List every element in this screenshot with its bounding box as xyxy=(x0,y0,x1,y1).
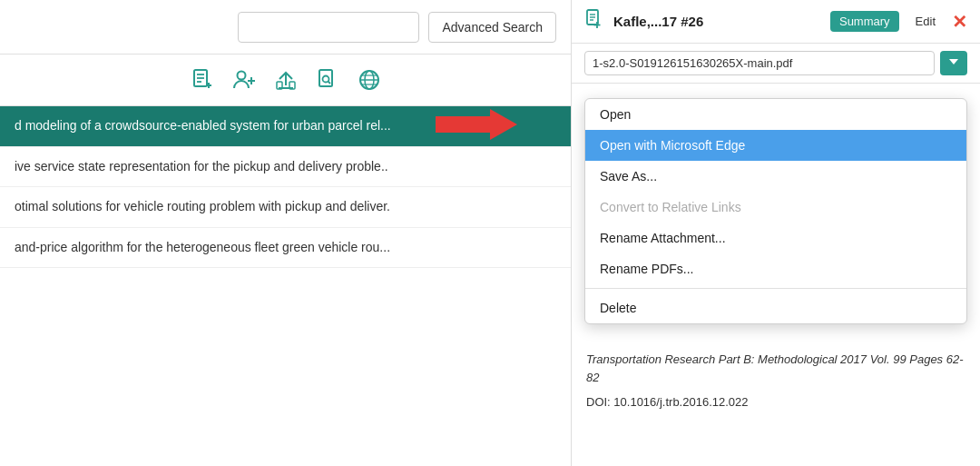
result-title: d modeling of a crowdsource-enabled syst… xyxy=(15,118,391,133)
file-name-label: 1-s2.0-S019126151630265X-main.pdf xyxy=(593,56,792,70)
result-title: and-price algorithm for the heterogeneou… xyxy=(15,240,390,254)
result-item[interactable]: otimal solutions for vehicle routing pro… xyxy=(0,187,571,228)
menu-item-rename-pdfs[interactable]: Rename PDFs... xyxy=(585,253,966,284)
toolbar-row xyxy=(0,55,571,106)
document-icon xyxy=(584,9,604,34)
file-selector[interactable]: 1-s2.0-S019126151630265X-main.pdf xyxy=(584,51,935,75)
search-doc-icon[interactable] xyxy=(315,67,340,93)
left-panel: Advanced Search xyxy=(0,0,572,466)
result-title: otimal solutions for vehicle routing pro… xyxy=(15,199,390,213)
context-dropdown-menu: Open Open with Microsoft Edge Save As...… xyxy=(584,98,967,324)
menu-item-save-as[interactable]: Save As... xyxy=(585,161,966,192)
content-area: Transportation Research Part B: Methodol… xyxy=(572,338,980,466)
search-bar-area: Advanced Search xyxy=(0,0,571,55)
result-title: ive service state representation for the… xyxy=(15,159,388,174)
add-to-list-icon[interactable] xyxy=(190,67,215,93)
journal-info: Transportation Research Part B: Methodol… xyxy=(586,351,965,386)
svg-point-14 xyxy=(322,76,328,83)
menu-item-delete[interactable]: Delete xyxy=(585,292,966,323)
menu-divider xyxy=(585,288,966,289)
right-header: Kafle,...17 #26 Summary Edit ✕ xyxy=(572,0,980,44)
advanced-search-button[interactable]: Advanced Search xyxy=(428,12,556,43)
export-icon[interactable] xyxy=(273,67,299,93)
menu-item-convert-links: Convert to Relative Links xyxy=(585,192,966,223)
menu-item-open-edge[interactable]: Open with Microsoft Edge xyxy=(585,130,966,161)
result-item[interactable]: ive service state representation for the… xyxy=(0,147,571,188)
search-input[interactable] xyxy=(238,12,419,43)
svg-point-6 xyxy=(237,72,245,80)
svg-rect-13 xyxy=(319,70,332,86)
file-dropdown-button[interactable] xyxy=(940,51,967,75)
right-panel: Kafle,...17 #26 Summary Edit ✕ 1-s2.0-S0… xyxy=(572,0,980,466)
file-selector-row: 1-s2.0-S019126151630265X-main.pdf xyxy=(572,44,980,84)
results-list: d modeling of a crowdsource-enabled syst… xyxy=(0,106,571,466)
globe-icon[interactable] xyxy=(357,67,382,93)
add-person-icon[interactable] xyxy=(231,67,257,93)
svg-line-15 xyxy=(328,82,330,84)
summary-button[interactable]: Summary xyxy=(830,11,899,32)
edit-button[interactable]: Edit xyxy=(908,11,943,32)
close-button[interactable]: ✕ xyxy=(952,13,967,31)
result-item[interactable]: d modeling of a crowdsource-enabled syst… xyxy=(0,106,571,147)
menu-item-open[interactable]: Open xyxy=(585,99,966,130)
result-item[interactable]: and-price algorithm for the heterogeneou… xyxy=(0,228,571,269)
menu-item-rename-attachment[interactable]: Rename Attachment... xyxy=(585,223,966,253)
doc-title: Kafle,...17 #26 xyxy=(613,14,821,29)
svg-marker-28 xyxy=(949,59,958,64)
doi-info: DOI: 10.1016/j.trb.2016.12.022 xyxy=(586,395,965,409)
